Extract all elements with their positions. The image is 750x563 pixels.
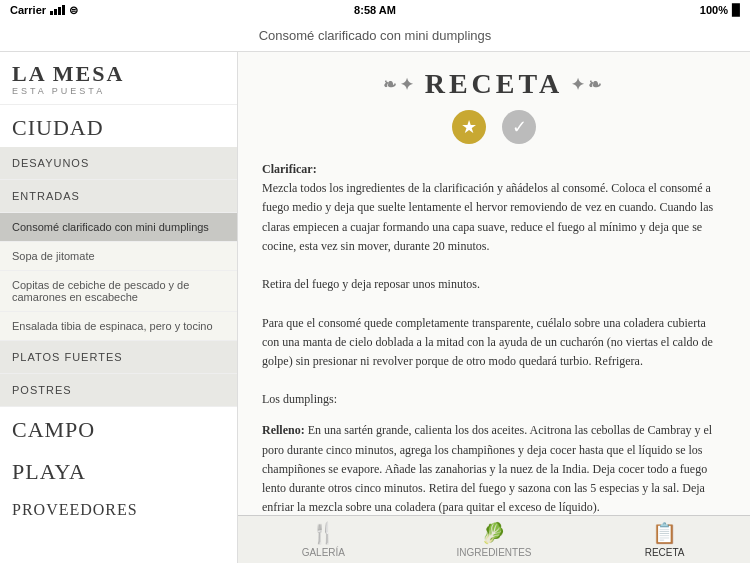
section-header-campo: CAMPO [0,407,237,449]
tab-receta[interactable]: 📋 RECETA [625,521,705,558]
section-header-proveedores: PROVEEDORES [0,491,237,525]
logo-main: LA MESA [12,62,225,86]
status-time: 8:58 AM [354,4,396,16]
signal-bar-2 [54,9,57,15]
logo-sub: ESTA PUESTA [12,86,225,96]
tab-ingredientes-label: INGREDIENTES [456,547,531,558]
recipe-section-clarificar: Clarificar: Mezcla todos los ingrediente… [262,160,726,409]
receta-icon: 📋 [652,521,677,545]
recipe-title: RECETA [425,68,564,100]
tab-galeria[interactable]: 🍴 GALERÍA [283,521,363,558]
tab-bar: 🍴 GALERÍA 🥬 INGREDIENTES 📋 RECETA [238,515,750,563]
battery-icon: ▉ [732,4,740,17]
tab-galeria-label: GALERÍA [302,547,345,558]
battery-label: 100% [700,4,728,16]
section-title-clarificar: Clarificar: [262,162,317,176]
section-text-clarificar-2: Retira del fuego y deja reposar unos min… [262,277,480,291]
section-text-clarificar-3: Para que el consomé quede completamente … [262,316,713,368]
ingredientes-icon: 🥬 [481,521,506,545]
menu-item-platos[interactable]: PLATOS FUERTES [0,341,237,374]
recipe-icons: ★ ✓ [262,110,726,144]
nav-bar: Consomé clarificado con mini dumplings [0,20,750,52]
menu-item-postres[interactable]: POSTRES [0,374,237,407]
section-text-relleno: En una sartén grande, calienta los dos a… [262,423,712,514]
main-layout: LA MESA ESTA PUESTA CIUDAD DESAYUNOS ENT… [0,52,750,563]
menu-sub-copitas[interactable]: Copitas de cebiche de pescado y de camar… [0,271,237,312]
menu-item-entradas[interactable]: ENTRADAS [0,180,237,213]
status-right: 100% ▉ [700,4,740,17]
menu-item-desayunos[interactable]: DESAYUNOS [0,147,237,180]
signal-bars [50,5,65,15]
section-text-clarificar: Mezcla todos los ingredientes de la clar… [262,181,713,253]
status-bar: Carrier ⊜ 8:58 AM 100% ▉ [0,0,750,20]
tab-receta-label: RECETA [645,547,685,558]
carrier-label: Carrier [10,4,46,16]
sidebar: LA MESA ESTA PUESTA CIUDAD DESAYUNOS ENT… [0,52,238,563]
signal-bar-1 [50,11,53,15]
recipe-title-decoration: ❧✦ RECETA ✦❧ [262,68,726,100]
menu-sub-consome[interactable]: Consomé clarificado con mini dumplings [0,213,237,242]
signal-bar-3 [58,7,61,15]
star-button[interactable]: ★ [452,110,486,144]
menu-sub-ensalada[interactable]: Ensalada tibia de espinaca, pero y tocin… [0,312,237,341]
deco-left: ❧✦ [383,75,417,94]
menu-sub-sopa[interactable]: Sopa de jitomate [0,242,237,271]
content-area: ❧✦ RECETA ✦❧ ★ ✓ Clarificar: Mezcla todo… [238,52,750,563]
deco-right: ✦❧ [571,75,605,94]
recipe-body: Clarificar: Mezcla todos los ingrediente… [262,160,726,515]
recipe-scroll: ❧✦ RECETA ✦❧ ★ ✓ Clarificar: Mezcla todo… [238,52,750,515]
section-text-dumplings-intro: Los dumplings: [262,392,337,406]
sidebar-logo: LA MESA ESTA PUESTA [0,52,237,105]
nav-title: Consomé clarificado con mini dumplings [259,28,492,43]
galeria-icon: 🍴 [311,521,336,545]
tab-ingredientes[interactable]: 🥬 INGREDIENTES [454,521,534,558]
signal-bar-4 [62,5,65,15]
section-header-ciudad: CIUDAD [0,105,237,147]
status-left: Carrier ⊜ [10,4,78,17]
wifi-icon: ⊜ [69,4,78,17]
section-header-playa: PLAYA [0,449,237,491]
check-button[interactable]: ✓ [502,110,536,144]
recipe-section-relleno: Relleno: En una sartén grande, calienta … [262,421,726,515]
recipe-header: ❧✦ RECETA ✦❧ ★ ✓ [262,68,726,144]
section-title-relleno: Relleno: [262,423,308,437]
